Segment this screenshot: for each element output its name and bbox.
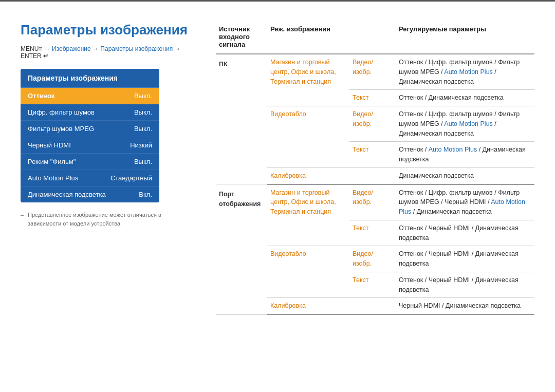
menu-item-label-1: Цифр. фильтр шумов xyxy=(28,108,95,116)
menu-item-value-0: Выкл. xyxy=(134,92,152,100)
th-input: Реж. изображения xyxy=(267,22,349,54)
menu-item-value-5: Стандартный xyxy=(110,174,152,182)
menu-item-label-3: Черный HDMI xyxy=(28,141,71,149)
page-title: Параметры изображения xyxy=(21,22,195,38)
menu-item-label-6: Динамическая подсветка xyxy=(28,191,106,198)
input-cell-shop2: Магазин и торговый центр, Офис и школа, … xyxy=(267,184,349,246)
params-cell-3: Оттенок / Цифр. фильтр шумов / Фильтр шу… xyxy=(396,106,534,142)
menu-box-title: Параметры изображения xyxy=(21,69,159,88)
menu-item-value-2: Выкл. xyxy=(134,125,152,133)
menu-item-black-hdmi[interactable]: Черный HDMI Низкий xyxy=(21,137,159,154)
params-cell-4: Оттенок / Auto Motion Plus / Динамическа… xyxy=(396,142,534,168)
input-cell-calibration2: Калибровка xyxy=(267,298,349,314)
input-cell-shop: Магазин и торговый центр, Офис и школа, … xyxy=(267,54,349,106)
menu-item-value-1: Выкл. xyxy=(134,108,152,116)
menu-item-value-6: Вкл. xyxy=(139,191,152,198)
menu-item-mpeg-filter[interactable]: Фильтр шумов MPEG Выкл. xyxy=(21,121,159,137)
mode-cell-text3: Текст xyxy=(349,220,396,246)
menu-item-dynamic-backlight[interactable]: Динамическая подсветка Вкл. xyxy=(21,186,159,202)
input-cell-videotablo1: Видеотабло xyxy=(267,106,349,168)
mode-cell-video1: Видео/изобр. xyxy=(349,54,396,90)
table-row: ПК Магазин и торговый центр, Офис и школ… xyxy=(216,54,534,90)
menu-item-label-0: Оттенок xyxy=(28,92,54,100)
mode-cell-empty2 xyxy=(349,298,396,314)
info-table: Источник входногосигнала Реж. изображени… xyxy=(216,22,534,315)
source-cell-pc: ПК xyxy=(216,54,267,184)
input-cell-videotablo2: Видеотабло xyxy=(267,246,349,298)
th-source: Источник входногосигнала xyxy=(216,22,267,54)
mode-cell-text1: Текст xyxy=(349,90,396,106)
table-row: Порт отображения Магазин и торговый цент… xyxy=(216,184,534,220)
source-cell-port: Порт отображения xyxy=(216,184,267,315)
menu-box: Параметры изображения Оттенок Выкл. Цифр… xyxy=(21,69,159,202)
menu-item-value-4: Выкл. xyxy=(134,158,152,165)
params-cell-7: Оттенок / Черный HDMI / Динамическая под… xyxy=(396,220,534,246)
th-mode xyxy=(349,22,396,54)
table-header-row: Источник входногосигнала Реж. изображени… xyxy=(216,22,534,54)
th-params: Регулируемые параметры xyxy=(396,22,534,54)
params-cell-9: Оттенок / Черный HDMI / Динамическая под… xyxy=(396,272,534,298)
menu-item-digital-filter[interactable]: Цифр. фильтр шумов Выкл. xyxy=(21,104,159,121)
menu-item-label-4: Режим "Фильм" xyxy=(28,158,76,165)
mode-cell-empty1 xyxy=(349,167,396,184)
menu-item-label-5: Auto Motion Plus xyxy=(28,174,78,182)
mode-cell-video3: Видео/изобр. xyxy=(349,184,396,220)
params-cell-10: Черный HDMI / Динамическая подсветка xyxy=(396,298,534,314)
page-container: Параметры изображения MENU≡ → Изображени… xyxy=(0,2,555,325)
note-text: Представленное изображение может отличат… xyxy=(21,211,195,228)
mode-cell-video2: Видео/изобр. xyxy=(349,106,396,142)
menu-item-label-2: Фильтр шумов MPEG xyxy=(28,125,94,133)
breadcrumb: MENU≡ → Изображение → Параметры изображе… xyxy=(21,45,195,60)
params-cell-2: Оттенок / Динамическая подсветка xyxy=(396,90,534,106)
mode-cell-video4: Видео/изобр. xyxy=(349,246,396,272)
breadcrumb-arrow2: → xyxy=(92,45,100,52)
breadcrumb-enter: ENTER ↵ xyxy=(21,52,48,60)
mode-cell-text4: Текст xyxy=(349,272,396,298)
menu-item-film-mode[interactable]: Режим "Фильм" Выкл. xyxy=(21,154,159,170)
breadcrumb-link-params[interactable]: Параметры изображения xyxy=(100,45,173,52)
right-panel: Источник входногосигнала Реж. изображени… xyxy=(216,17,534,315)
breadcrumb-arrow3: → xyxy=(174,45,180,52)
menu-item-oттенок[interactable]: Оттенок Выкл. xyxy=(21,88,159,104)
mode-cell-text2: Текст xyxy=(349,142,396,168)
breadcrumb-link-image[interactable]: Изображение xyxy=(52,45,91,52)
params-cell-6: Оттенок / Цифр. фильтр шумов / Фильтр шу… xyxy=(396,184,534,220)
params-cell-5: Динамическая подсветка xyxy=(396,167,534,184)
input-cell-calibration1: Калибровка xyxy=(267,167,349,184)
params-cell-8: Оттенок / Черный HDMI / Динамическая под… xyxy=(396,246,534,272)
menu-item-value-3: Низкий xyxy=(130,141,152,149)
params-cell-1: Оттенок / Цифр. фильтр шумов / Фильтр шу… xyxy=(396,54,534,90)
left-panel: Параметры изображения MENU≡ → Изображени… xyxy=(21,17,195,315)
breadcrumb-menu: MENU≡ xyxy=(21,45,42,52)
menu-item-auto-motion[interactable]: Auto Motion Plus Стандартный xyxy=(21,170,159,186)
breadcrumb-arrow1: → xyxy=(44,45,52,52)
